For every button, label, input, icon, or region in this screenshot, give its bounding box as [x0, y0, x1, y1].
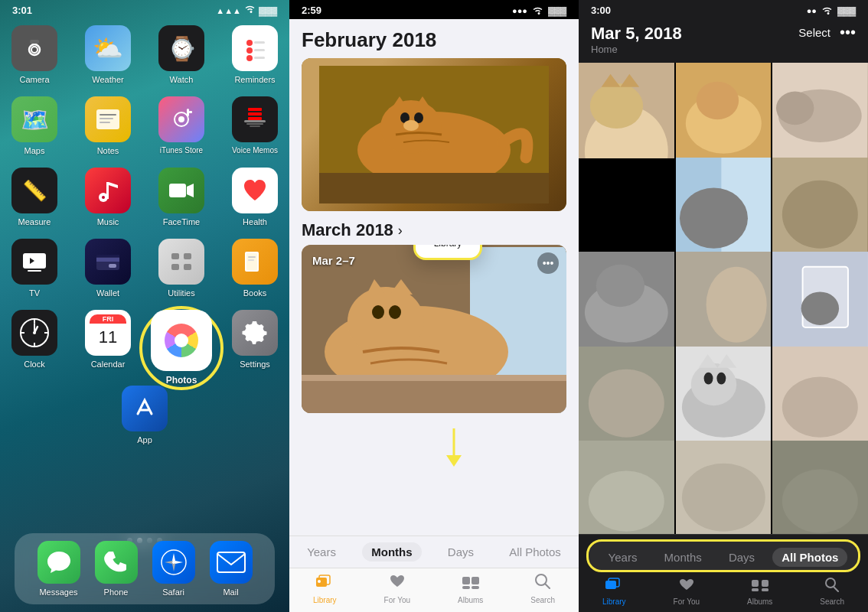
svg-rect-5	[254, 41, 265, 44]
tab-search[interactable]: Search	[530, 573, 555, 604]
grid-photo-9[interactable]	[579, 347, 674, 442]
grid-photo-6[interactable]	[579, 252, 674, 347]
dock-mail[interactable]: Mail	[210, 541, 253, 597]
app-photos[interactable]: Photos	[151, 310, 212, 386]
safari-icon[interactable]	[152, 541, 195, 584]
mail-icon[interactable]	[210, 541, 253, 584]
ym-months[interactable]: Months	[655, 548, 711, 567]
phone-icon[interactable]	[95, 541, 138, 584]
app-health[interactable]: Health	[224, 168, 286, 226]
svg-rect-87	[462, 577, 470, 584]
camera-icon-bg[interactable]	[11, 25, 57, 71]
app-music[interactable]: Music	[77, 168, 139, 226]
music-icon-bg[interactable]	[85, 168, 131, 213]
cat-feb-svg	[319, 66, 549, 203]
utilities-icon-bg[interactable]	[158, 239, 204, 285]
ym-allphotos[interactable]: All Photos	[772, 548, 847, 567]
app-reminders[interactable]: Reminders	[224, 25, 286, 84]
dock-safari[interactable]: Safari	[152, 541, 195, 597]
app-tv[interactable]: TV	[4, 239, 65, 298]
settings-icon-bg[interactable]	[232, 310, 278, 356]
app-voicememos[interactable]: Voice Memos	[224, 96, 286, 155]
grid-photo-8[interactable]	[772, 252, 868, 347]
p3-tab-albums[interactable]: Albums	[747, 577, 772, 606]
p3-tab-foryou[interactable]: For You	[674, 577, 700, 606]
tab-albums[interactable]: Albums	[458, 573, 483, 604]
march-chevron-icon[interactable]: ›	[398, 223, 403, 239]
wallet-icon-bg[interactable]	[85, 239, 131, 285]
grid-photo-3[interactable]	[772, 63, 868, 158]
status-time-p2: 2:59	[302, 5, 321, 16]
weather-emoji: ⛅	[93, 34, 123, 63]
app-settings[interactable]: Settings	[224, 310, 286, 386]
notes-icon-bg[interactable]	[85, 96, 131, 142]
march-more-button[interactable]: •••	[537, 252, 559, 274]
facetime-icon-bg[interactable]	[158, 168, 204, 213]
health-icon-bg[interactable]	[232, 168, 278, 213]
select-button[interactable]: Select	[798, 26, 830, 39]
more-button[interactable]: •••	[840, 24, 856, 41]
itunes-icon-bg[interactable]	[158, 96, 204, 142]
svg-point-131	[682, 464, 765, 532]
grid-photo-13[interactable]	[676, 441, 772, 534]
nav-years[interactable]: Years	[298, 542, 345, 562]
weather-icon-bg[interactable]: ⛅	[85, 25, 131, 71]
app-measure[interactable]: 📏 Measure	[4, 168, 65, 226]
february-photo[interactable]	[302, 58, 566, 211]
grid-photo-12[interactable]	[579, 441, 674, 534]
svg-rect-34	[109, 264, 116, 268]
library-popup[interactable]: Library	[413, 245, 482, 260]
app-facetime[interactable]: FaceTime	[151, 168, 212, 226]
nav-months[interactable]: Months	[362, 542, 421, 562]
messages-icon[interactable]	[38, 541, 80, 584]
app-books[interactable]: Books	[224, 239, 286, 298]
photos-icon-bg[interactable]	[151, 310, 212, 371]
svg-rect-7	[254, 49, 265, 51]
grid-photo-7[interactable]	[676, 252, 772, 347]
dock-messages[interactable]: Messages	[38, 541, 80, 597]
p3-tab-library[interactable]: Library	[602, 577, 626, 606]
ym-years[interactable]: Years	[599, 548, 647, 567]
svg-rect-11	[100, 114, 116, 116]
march-photo[interactable]: Mar 2–7 ••• Library	[302, 245, 566, 413]
app-notes[interactable]: Notes	[77, 96, 139, 155]
voicememos-icon-bg[interactable]	[232, 96, 278, 142]
grid-photo-1[interactable]	[579, 63, 674, 158]
app-wallet[interactable]: Wallet	[77, 239, 139, 298]
svg-point-103	[776, 92, 814, 125]
nav-days[interactable]: Days	[439, 542, 483, 562]
cat-march-svg	[302, 245, 566, 413]
app-itunes[interactable]: iTunes Store	[151, 96, 212, 155]
p3-tab-search[interactable]: Search	[820, 577, 844, 606]
ym-days[interactable]: Days	[720, 548, 764, 567]
app-watch[interactable]: ⌚ Watch	[151, 25, 212, 84]
app-calendar[interactable]: FRI 11 Calendar	[77, 310, 139, 386]
grid-photo-10[interactable]	[676, 347, 772, 442]
nav-allphotos[interactable]: All Photos	[500, 542, 570, 562]
dock-phone[interactable]: Phone	[95, 541, 138, 597]
measure-icon-bg[interactable]: 📏	[11, 168, 57, 213]
app-clock[interactable]: Clock	[4, 310, 65, 386]
svg-rect-36	[171, 253, 179, 259]
tv-icon-bg[interactable]	[11, 239, 57, 285]
appstore-icon-bg[interactable]	[122, 386, 168, 431]
app-maps[interactable]: 🗺️ Maps	[4, 96, 65, 155]
calendar-icon-bg[interactable]: FRI 11	[85, 310, 131, 356]
maps-icon-bg[interactable]: 🗺️	[11, 96, 57, 142]
app-weather[interactable]: ⛅ Weather	[77, 25, 139, 84]
app-camera[interactable]: Camera	[4, 25, 65, 84]
grid-photo-11[interactable]	[772, 347, 868, 442]
grid-photo-14[interactable]	[772, 441, 868, 534]
svg-point-4	[246, 40, 253, 46]
tab-library[interactable]: Library	[313, 573, 337, 604]
grid-photo-2[interactable]	[676, 63, 772, 158]
grid-photo-4[interactable]	[676, 158, 772, 253]
app-utilities[interactable]: Utilities	[151, 239, 212, 298]
grid-photo-5[interactable]	[772, 158, 868, 253]
books-icon-bg[interactable]	[232, 239, 278, 285]
watch-icon-bg[interactable]: ⌚	[158, 25, 204, 71]
tab-foryou[interactable]: For You	[384, 573, 410, 604]
app-appstore[interactable]: App	[122, 386, 168, 444]
reminders-icon-bg[interactable]	[232, 25, 278, 71]
clock-icon-bg[interactable]	[11, 310, 57, 356]
